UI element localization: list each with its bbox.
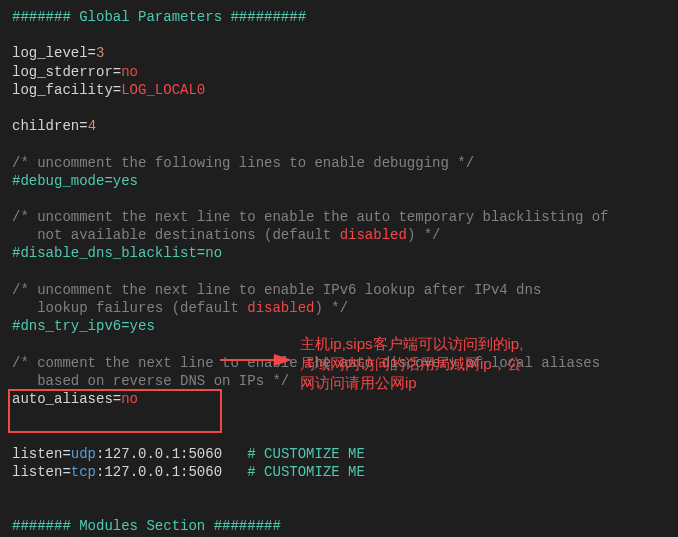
disabled-directive: #disable_dns_blacklist=no [12, 245, 222, 261]
comment: /* uncomment the next line to enable the… [12, 209, 617, 225]
comment: lookup failures (default [12, 300, 247, 316]
code-line: log_level=3 [12, 44, 666, 62]
comment: /* comment the next line to enable the a… [12, 355, 600, 371]
code-line [12, 335, 666, 353]
comment: ) */ [314, 300, 348, 316]
comment: ) */ [407, 227, 441, 243]
comment: /* uncomment the next line to enable IPv… [12, 282, 550, 298]
code-line: based on reverse DNS on IPs */ [12, 372, 666, 390]
code-line [12, 408, 666, 426]
code-line: #disable_dns_blacklist=no [12, 244, 666, 262]
protocol: tcp [71, 464, 96, 480]
code-line: listen=udp:127.0.0.1:5060 # CUSTOMIZE ME [12, 445, 666, 463]
code-editor-pane[interactable]: ####### Global Parameters ######### log_… [0, 0, 678, 537]
disabled-directive: #debug_mode=yes [12, 173, 138, 189]
code-line: children=4 [12, 117, 666, 135]
config-key: log_facility= [12, 82, 121, 98]
protocol: udp [71, 446, 96, 462]
config-value: 4 [88, 118, 96, 134]
code-line: #dns_try_ipv6=yes [12, 317, 666, 335]
config-key: children= [12, 118, 88, 134]
code-line: listen=tcp:127.0.0.1:5060 # CUSTOMIZE ME [12, 463, 666, 481]
code-line [12, 426, 666, 444]
address: :127.0.0.1:5060 [96, 464, 222, 480]
code-line [12, 99, 666, 117]
section-header: ####### Global Parameters ######### [12, 9, 306, 25]
code-line [12, 481, 666, 499]
disabled-directive: #dns_try_ipv6=yes [12, 318, 155, 334]
code-line: not available destinations (default disa… [12, 226, 666, 244]
code-line: ####### Modules Section ######## [12, 517, 666, 535]
inline-comment: # CUSTOMIZE ME [247, 446, 365, 462]
code-line [12, 263, 666, 281]
code-line [12, 190, 666, 208]
comment: /* uncomment the following lines to enab… [12, 155, 474, 171]
section-header: ####### Modules Section ######## [12, 518, 281, 534]
address: :127.0.0.1:5060 [96, 446, 222, 462]
inline-comment: # CUSTOMIZE ME [247, 464, 365, 480]
code-line: auto_aliases=no [12, 390, 666, 408]
code-line: lookup failures (default disabled) */ [12, 299, 666, 317]
config-key: listen= [12, 446, 71, 462]
code-line [12, 135, 666, 153]
keyword: disabled [340, 227, 407, 243]
code-line: /* uncomment the next line to enable the… [12, 208, 666, 226]
keyword: disabled [247, 300, 314, 316]
config-key: log_level= [12, 45, 96, 61]
config-value: no [121, 391, 138, 407]
code-line: #debug_mode=yes [12, 172, 666, 190]
config-value: no [121, 64, 138, 80]
code-line: /* uncomment the following lines to enab… [12, 154, 666, 172]
code-line [12, 26, 666, 44]
code-line: /* comment the next line to enable the a… [12, 354, 666, 372]
code-line: /* uncomment the next line to enable IPv… [12, 281, 666, 299]
code-line: log_facility=LOG_LOCAL0 [12, 81, 666, 99]
config-key: auto_aliases= [12, 391, 121, 407]
config-value: 3 [96, 45, 104, 61]
code-line: log_stderror=no [12, 63, 666, 81]
comment: not available destinations (default [12, 227, 340, 243]
code-line [12, 499, 666, 517]
config-key: listen= [12, 464, 71, 480]
comment: based on reverse DNS on IPs */ [12, 373, 289, 389]
config-value: LOG_LOCAL0 [121, 82, 205, 98]
code-line: ####### Global Parameters ######### [12, 8, 666, 26]
config-key: log_stderror= [12, 64, 121, 80]
